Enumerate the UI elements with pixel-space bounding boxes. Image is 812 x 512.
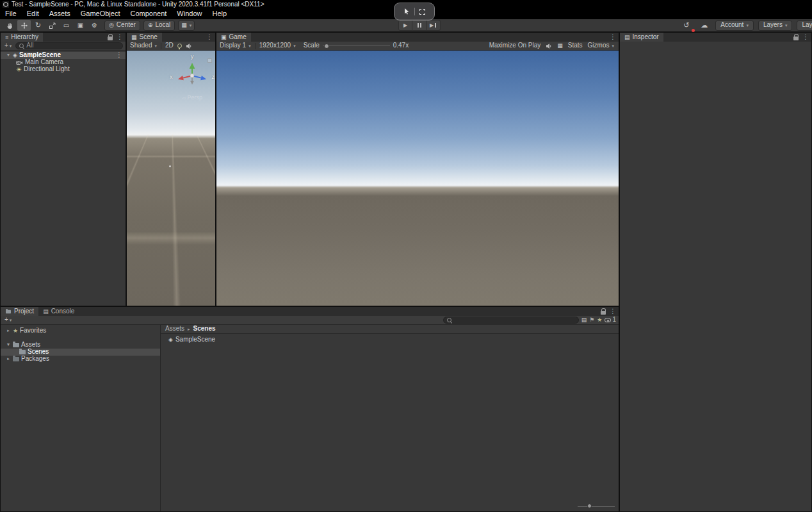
maximize-on-play-button[interactable]: Maximize On Play — [489, 42, 541, 50]
shading-mode-dropdown[interactable]: Shaded ▾ — [130, 42, 157, 50]
lock-icon[interactable] — [601, 311, 606, 315]
audio-toggle-icon[interactable] — [186, 43, 192, 49]
tab-inspector[interactable]: ▤ Inspector — [620, 33, 663, 42]
icon-size-slider-thumb[interactable] — [587, 504, 592, 508]
tab-scene[interactable]: ▦ Scene — [127, 33, 162, 42]
capture-overlay-pill — [394, 3, 435, 21]
lock-icon[interactable] — [108, 37, 113, 40]
tab-console[interactable]: ▤ Console — [38, 307, 79, 316]
stats-grid-icon[interactable]: ▦ — [557, 43, 563, 49]
hand-tool-button[interactable] — [3, 20, 17, 31]
panel-menu-icon[interactable]: ⋮ — [610, 33, 616, 42]
create-asset-button[interactable]: + ▾ — [3, 316, 13, 324]
tab-project[interactable]: Project — [1, 307, 38, 316]
projection-toggle[interactable]: ◅ Persp — [172, 94, 213, 101]
create-object-button[interactable]: + ▾ — [3, 42, 13, 50]
rotation-mode-button[interactable]: ⊕ Local — [143, 21, 175, 31]
panel-menu-icon[interactable]: ⋮ — [117, 33, 123, 42]
hierarchy-search-input[interactable]: All — [15, 42, 123, 49]
collapse-caret-icon[interactable]: ▼ — [6, 342, 11, 348]
console-tab-icon: ▤ — [43, 309, 49, 315]
panel-menu-icon[interactable]: ⋮ — [206, 33, 213, 42]
account-dropdown[interactable]: Account ▾ — [715, 21, 754, 31]
scene-tabbar: ▦ Scene ⋮ — [127, 33, 215, 42]
asset-item-samplescene[interactable]: ◈ SampleScene — [161, 336, 619, 344]
favorites-label: Favorites — [20, 327, 46, 335]
gizmos-label: Gizmos — [588, 42, 610, 50]
scale-slider-thumb[interactable] — [324, 44, 329, 49]
axis-x-label[interactable]: x — [170, 74, 173, 81]
menu-edit[interactable]: Edit — [22, 9, 44, 19]
collapse-caret-icon[interactable]: ▼ — [6, 53, 11, 58]
play-button[interactable]: ▶ — [398, 20, 412, 31]
play-controls: ▶ ▶ — [398, 20, 441, 31]
mute-audio-icon[interactable] — [546, 43, 552, 49]
scale-value: 0.47x — [393, 42, 409, 50]
grid-snap-icon: ▦ — [181, 22, 187, 28]
menu-window[interactable]: Window — [172, 9, 207, 19]
aspect-ratio-dropdown[interactable]: 1920x1200 ▾ — [259, 42, 296, 50]
rotate-tool-button[interactable]: ↻ — [31, 20, 45, 31]
chevron-down-icon: ▾ — [154, 44, 157, 48]
axis-y-label[interactable]: y — [191, 53, 194, 60]
cloud-button[interactable]: ☁ — [697, 20, 711, 31]
scene-panel: ▦ Scene ⋮ Shaded ▾ 2D y x z — [126, 32, 216, 306]
search-by-type-icon[interactable]: ▤ — [581, 317, 587, 323]
breadcrumb-scenes[interactable]: Scenes — [193, 325, 216, 333]
orientation-gizmo[interactable]: y x z ◅ Persp — [172, 60, 213, 104]
menu-assets[interactable]: Assets — [44, 9, 76, 19]
axis-z-label[interactable]: z — [212, 74, 215, 81]
menu-gameobject[interactable]: GameObject — [76, 9, 126, 19]
lighting-toggle-icon[interactable] — [177, 44, 182, 48]
panel-menu-icon[interactable]: ⋮ — [802, 33, 809, 42]
toggle-2d-button[interactable]: 2D — [165, 42, 174, 50]
move-tool-button[interactable] — [17, 20, 31, 31]
custom-tool-button[interactable]: ⚙ — [88, 20, 101, 31]
lock-icon[interactable] — [793, 37, 799, 40]
chevron-down-icon: ▾ — [785, 23, 788, 28]
scale-slider[interactable] — [323, 43, 390, 49]
icon-size-slider[interactable] — [578, 504, 615, 509]
pause-button[interactable] — [412, 20, 426, 31]
hierarchy-row-directional-light[interactable]: ☀ Directional Light — [1, 66, 126, 73]
expand-chevron-icon[interactable]: ▸ — [6, 356, 11, 362]
expand-chevron-icon[interactable]: ▸ — [6, 328, 11, 334]
console-tab-label: Console — [51, 308, 75, 316]
menu-component[interactable]: Component — [125, 9, 172, 19]
row-menu-icon[interactable]: ⋮ — [116, 51, 122, 60]
search-by-label-icon[interactable]: ⚑ — [589, 317, 594, 323]
pointer-icon[interactable] — [403, 8, 410, 15]
scale-tool-button[interactable] — [45, 20, 59, 31]
rect-tool-button[interactable]: ▭ — [60, 20, 73, 31]
transform-tool-button[interactable]: ▣ — [74, 20, 87, 31]
move-icon — [20, 22, 28, 29]
save-search-icon[interactable]: ★ — [597, 317, 602, 323]
packages-row[interactable]: ▸ Packages — [1, 356, 160, 363]
grid-snap-button[interactable]: ▦ ▾ — [178, 21, 195, 31]
favorites-row[interactable]: ▸ ★ Favorites — [1, 327, 160, 334]
display-dropdown[interactable]: Display 1 ▾ — [220, 42, 251, 50]
game-viewport[interactable] — [216, 51, 619, 306]
tab-game[interactable]: ▣ Game — [216, 33, 251, 42]
scene-viewport[interactable]: y x z ◅ Persp — [127, 51, 215, 306]
collab-button[interactable]: ↺ — [679, 20, 693, 31]
assets-root-row[interactable]: ▼ Assets — [1, 342, 160, 349]
resolution-label: 1920x1200 — [259, 42, 291, 50]
projection-label: Persp — [187, 94, 202, 101]
layers-dropdown[interactable]: Layers ▾ — [758, 21, 793, 31]
project-search-input[interactable] — [443, 317, 579, 324]
fullscreen-frame-icon[interactable] — [419, 9, 425, 15]
shading-mode-label: Shaded — [130, 42, 152, 50]
panel-menu-icon[interactable]: ⋮ — [610, 308, 616, 316]
stats-button[interactable]: Stats — [568, 42, 583, 50]
step-button[interactable]: ▶ — [426, 20, 441, 31]
menu-file[interactable]: File — [0, 9, 22, 19]
scene-view-toolbar: Shaded ▾ 2D — [127, 42, 215, 51]
breadcrumb-assets[interactable]: Assets — [165, 325, 184, 333]
pivot-mode-button[interactable]: ◎ Center — [104, 21, 140, 31]
gizmos-dropdown[interactable]: Gizmos ▾ — [588, 42, 614, 50]
menu-help[interactable]: Help — [207, 9, 232, 19]
hidden-packages-toggle[interactable]: 1 — [605, 316, 616, 324]
tab-hierarchy[interactable]: ≡ Hierarchy — [1, 33, 43, 42]
layout-dropdown[interactable]: Layout ▾ — [797, 21, 812, 31]
